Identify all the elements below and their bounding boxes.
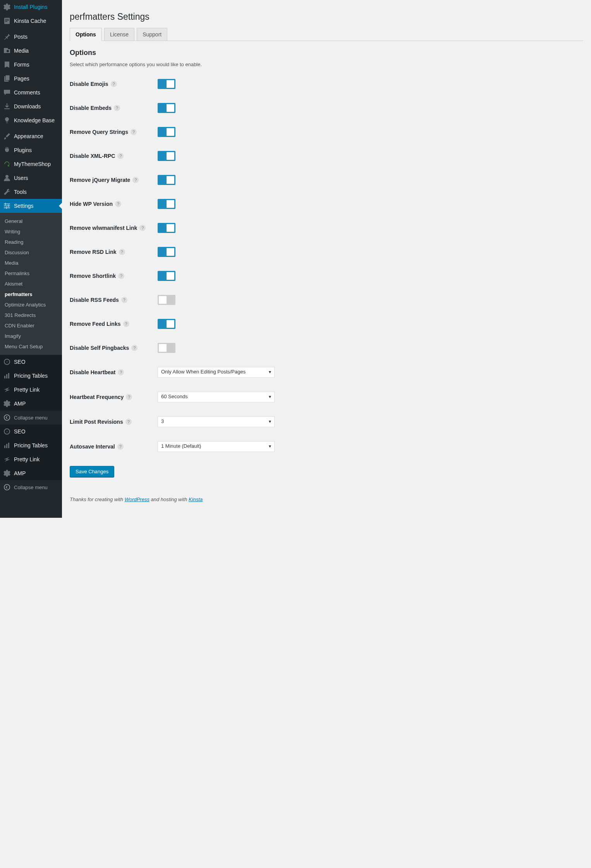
collapse-menu-2[interactable]: Collapse menu [0,480,62,494]
bulb-icon [3,116,11,124]
sidebar-sub-general[interactable]: General [0,216,62,226]
sidebar-sub-permalinks[interactable]: Permalinks [0,268,62,279]
collapse-menu[interactable]: Collapse menu [0,411,62,425]
sidebar-sub-imagify[interactable]: Imagify [0,331,62,341]
help-icon[interactable]: ? [118,273,124,279]
select-autosave-interval[interactable]: 1 Minute (Default) [158,441,275,452]
sidebar-sub-optimize-analytics[interactable]: Optimize Analytics [0,300,62,310]
help-icon[interactable]: ? [132,177,139,183]
setting-row: Disable Heartbeat?Only Allow When Editin… [70,367,583,378]
select-limit-post-revisions[interactable]: 3 [158,416,275,427]
setting-row: Remove jQuery Migrate? [70,175,583,185]
sidebar-item-users[interactable]: Users [0,171,62,185]
help-icon[interactable]: ? [123,321,129,327]
sidebar-sub-media[interactable]: Media [0,258,62,268]
setting-row: Disable Self Pingbacks? [70,343,583,353]
sidebar-sub-301-redirects[interactable]: 301 Redirects [0,310,62,320]
media-icon [3,47,11,55]
toggle-remove-jquery-migrate[interactable] [158,175,175,185]
sidebar-item-settings[interactable]: Settings [0,199,62,213]
toggle-disable-emojis[interactable] [158,79,175,89]
sidebar-item-amp[interactable]: AMP [0,397,62,411]
help-icon[interactable]: ? [126,394,132,400]
sidebar-item-seo[interactable]: YSEO [0,425,62,438]
sidebar-sub-discussion[interactable]: Discussion [0,247,62,258]
toggle-disable-self-pingbacks[interactable] [158,343,175,353]
help-icon[interactable]: ? [118,369,124,375]
sidebar-item-tools[interactable]: Tools [0,185,62,199]
toggle-remove-rsd-link[interactable] [158,247,175,257]
help-icon[interactable]: ? [139,225,146,231]
sidebar-item-label: Settings [14,203,34,209]
toggle-remove-shortlink[interactable] [158,271,175,281]
help-icon[interactable]: ? [131,345,137,351]
wrench-icon [3,188,11,196]
setting-label: Remove Shortlink? [70,273,158,279]
setting-row: Disable RSS Feeds? [70,295,583,305]
sidebar-item-label: Downloads [14,103,41,110]
svg-rect-17 [6,374,7,378]
sidebar-sub-akismet[interactable]: Akismet [0,279,62,289]
sidebar-item-downloads[interactable]: Downloads [0,99,62,113]
toggle-disable-xml-rpc[interactable] [158,151,175,161]
sidebar-item-knowledge-base[interactable]: Knowledge Base [0,113,62,127]
pages-icon [3,75,11,82]
sidebar-item-plugins[interactable]: Plugins [0,143,62,157]
sidebar-item-appearance[interactable]: Appearance [0,129,62,143]
sidebar-sub-reading[interactable]: Reading [0,237,62,247]
sidebar-sub-perfmatters[interactable]: perfmatters [0,289,62,300]
sidebar-sub-cdn-enabler[interactable]: CDN Enabler [0,320,62,331]
svg-rect-18 [8,373,9,378]
help-icon[interactable]: ? [131,129,137,135]
sidebar-item-forms[interactable]: Forms [0,58,62,72]
help-icon[interactable]: ? [115,201,121,207]
svg-rect-22 [4,445,5,448]
sidebar-sub-menu-cart-setup[interactable]: Menu Cart Setup [0,341,62,352]
help-icon[interactable]: ? [117,443,124,450]
toggle-remove-feed-links[interactable] [158,319,175,329]
toggle-hide-wp-version[interactable] [158,199,175,209]
sidebar-item-pages[interactable]: Pages [0,72,62,86]
collapse-label: Collapse menu [14,485,48,490]
help-icon[interactable]: ? [117,153,124,159]
select-disable-heartbeat[interactable]: Only Allow When Editing Posts/Pages [158,367,275,378]
toggle-remove-wlwmanifest-link[interactable] [158,223,175,233]
help-icon[interactable]: ? [111,81,117,87]
kinsta-link[interactable]: Kinsta [189,496,203,502]
sidebar-item-pricing-tables[interactable]: Pricing Tables [0,438,62,452]
sidebar-item-kinsta-cache[interactable]: Kinsta Cache [0,14,62,28]
help-icon[interactable]: ? [121,297,127,303]
save-button[interactable]: Save Changes [70,466,114,477]
bars-icon [3,442,11,449]
sidebar-item-install-plugins[interactable]: Install Plugins [0,0,62,14]
svg-rect-6 [5,75,10,80]
toggle-disable-rss-feeds[interactable] [158,295,175,305]
sidebar-item-media[interactable]: Media [0,44,62,58]
help-icon[interactable]: ? [125,419,132,425]
select-heartbeat-frequency[interactable]: 60 Seconds [158,392,275,402]
help-icon[interactable]: ? [119,249,125,255]
brush-icon [3,132,11,140]
sidebar-item-posts[interactable]: Posts [0,30,62,44]
setting-label: Disable Emojis? [70,81,158,87]
sidebar-sub-writing[interactable]: Writing [0,226,62,237]
page-icon [3,17,11,25]
tab-support[interactable]: Support [137,28,167,41]
wordpress-link[interactable]: WordPress [125,496,149,502]
sidebar-item-seo[interactable]: YSEO [0,355,62,369]
sidebar-item-amp[interactable]: AMP [0,466,62,480]
sidebar-item-comments[interactable]: Comments [0,86,62,99]
sidebar-item-pretty-link[interactable]: Pretty Link [0,383,62,397]
toggle-remove-query-strings[interactable] [158,127,175,137]
sidebar-item-pretty-link[interactable]: Pretty Link [0,452,62,466]
setting-row: Disable Emojis? [70,79,583,89]
setting-label: Heartbeat Frequency? [70,394,158,400]
tab-license[interactable]: License [104,28,134,41]
help-icon[interactable]: ? [114,105,120,111]
main-content: perfmatters Settings OptionsLicenseSuppo… [62,0,591,518]
sidebar-item-mythemeshop[interactable]: MyThemeShop [0,157,62,171]
sidebar-item-label: Knowledge Base [14,117,55,123]
tab-options[interactable]: Options [70,28,102,41]
toggle-disable-embeds[interactable] [158,103,175,113]
sidebar-item-pricing-tables[interactable]: Pricing Tables [0,369,62,383]
